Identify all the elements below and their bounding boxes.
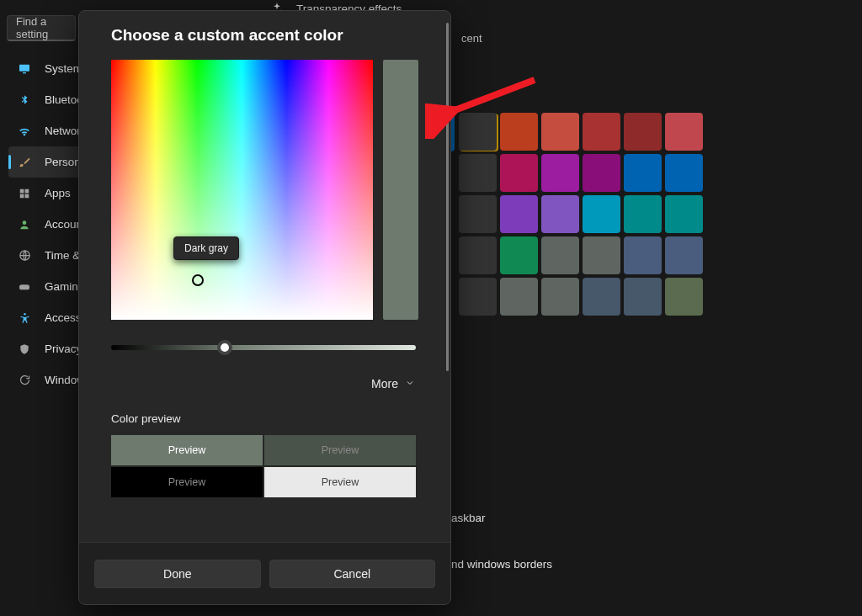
dialog-body: Choose a custom accent color Dark gray M… [79, 11, 450, 542]
search-placeholder: Find a setting [16, 15, 67, 40]
color-picker-dialog: Choose a custom accent color Dark gray M… [78, 10, 451, 605]
accent-color-swatch[interactable] [624, 154, 662, 192]
apps-icon [17, 186, 32, 201]
svg-point-9 [24, 313, 26, 316]
sidebar-item-label: Privacy [45, 343, 82, 355]
svg-rect-8 [19, 284, 29, 289]
svg-point-6 [23, 220, 27, 225]
done-button[interactable]: Done [94, 560, 261, 588]
accent-color-swatch[interactable] [541, 278, 579, 316]
accent-color-grid[interactable] [459, 113, 703, 316]
accent-color-swatch[interactable] [541, 236, 579, 274]
monitor-icon [17, 61, 32, 77]
more-label: More [371, 377, 398, 390]
accent-color-swatch[interactable] [459, 195, 497, 233]
color-tooltip: Dark gray [173, 236, 239, 260]
sidebar-item-label: Apps [45, 187, 71, 199]
accent-color-swatch[interactable] [500, 195, 538, 233]
svg-rect-5 [25, 194, 29, 198]
accent-color-swatch[interactable] [583, 154, 620, 192]
svg-rect-3 [25, 189, 29, 193]
wifi-icon [17, 124, 32, 139]
color-preview-label: Color preview [111, 412, 418, 425]
selected-color-strip [383, 60, 418, 320]
accent-color-swatch[interactable] [541, 195, 579, 233]
taskbar-fragment: askbar [451, 512, 486, 524]
update-icon [17, 373, 32, 388]
person-icon [17, 217, 32, 232]
dialog-title: Choose a custom accent color [111, 26, 418, 45]
accent-color-swatch[interactable] [624, 113, 662, 151]
accent-color-swatch[interactable] [459, 154, 497, 192]
accent-color-swatch[interactable] [583, 278, 620, 316]
accent-color-swatch[interactable] [541, 113, 579, 151]
accent-color-swatch[interactable] [665, 113, 703, 151]
accent-fragment: cent [461, 32, 482, 45]
accent-color-swatch[interactable] [665, 278, 703, 316]
slider-thumb[interactable] [217, 340, 232, 355]
accessibility-icon [17, 311, 32, 326]
accent-color-swatch[interactable] [500, 278, 538, 316]
accent-color-swatch[interactable] [624, 236, 662, 274]
gradient-cursor[interactable] [192, 274, 204, 286]
accent-color-swatch[interactable] [583, 195, 620, 233]
preview-tile-white: Preview [264, 467, 416, 497]
borders-fragment: nd windows borders [451, 558, 552, 571]
accent-color-swatch[interactable] [459, 113, 497, 151]
brush-icon [17, 155, 32, 170]
value-slider[interactable] [111, 345, 416, 350]
preview-tile-accent-dark: Preview [264, 435, 416, 465]
accent-color-swatch[interactable] [665, 195, 703, 233]
accent-color-swatch[interactable] [459, 278, 497, 316]
chevron-down-icon [405, 377, 415, 390]
search-input[interactable]: Find a setting [7, 15, 76, 41]
accent-color-swatch[interactable] [541, 154, 579, 192]
svg-rect-0 [19, 64, 29, 71]
svg-rect-2 [20, 189, 24, 193]
shield-icon [17, 342, 32, 357]
color-gradient[interactable]: Dark gray [111, 60, 373, 320]
bluetooth-icon [17, 93, 32, 108]
svg-rect-4 [20, 194, 24, 198]
accent-color-swatch[interactable] [459, 236, 497, 274]
svg-rect-1 [23, 72, 26, 73]
gamepad-icon [17, 279, 32, 295]
accent-color-swatch[interactable] [665, 236, 703, 274]
dialog-footer: Done Cancel [79, 542, 450, 604]
accent-color-swatch[interactable] [624, 278, 662, 316]
accent-color-swatch[interactable] [500, 236, 538, 274]
dialog-scrollbar[interactable] [446, 23, 449, 433]
preview-tile-black: Preview [111, 467, 263, 497]
accent-color-swatch[interactable] [500, 154, 538, 192]
globe-icon [17, 248, 32, 263]
preview-tile-accent-light: Preview [111, 435, 263, 465]
accent-color-swatch[interactable] [624, 195, 662, 233]
accent-color-swatch[interactable] [500, 113, 538, 151]
sidebar-item-label: System [45, 62, 82, 75]
color-preview-grid: Preview Preview Preview Preview [111, 435, 416, 497]
cancel-button[interactable]: Cancel [269, 560, 436, 588]
accent-color-swatch[interactable] [583, 236, 620, 274]
more-toggle[interactable]: More [111, 377, 418, 390]
accent-color-swatch[interactable] [665, 154, 703, 192]
accent-color-swatch[interactable] [583, 113, 620, 151]
